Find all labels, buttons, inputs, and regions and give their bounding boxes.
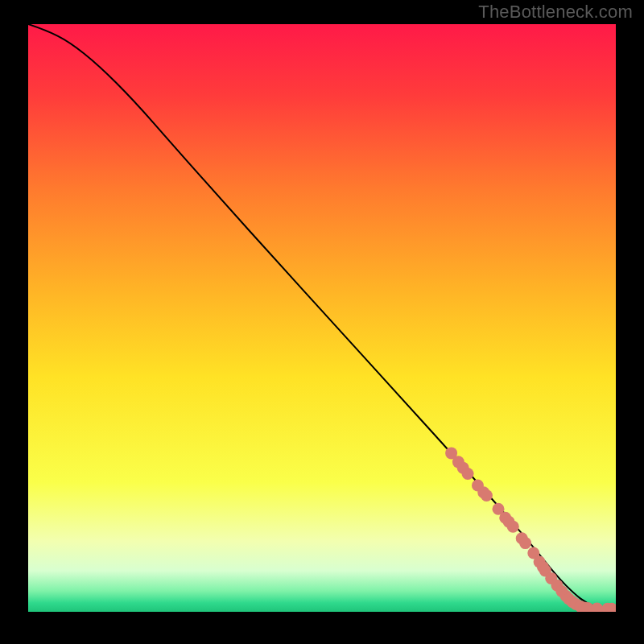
data-point (481, 489, 493, 502)
data-point (507, 521, 519, 533)
watermark-label: TheBottleneck.com (478, 2, 633, 23)
chart-svg (28, 24, 616, 612)
plot-area (28, 24, 616, 612)
data-point (519, 537, 531, 549)
chart-root: TheBottleneck.com (0, 0, 644, 644)
data-point (462, 468, 474, 480)
gradient-background (28, 24, 616, 612)
